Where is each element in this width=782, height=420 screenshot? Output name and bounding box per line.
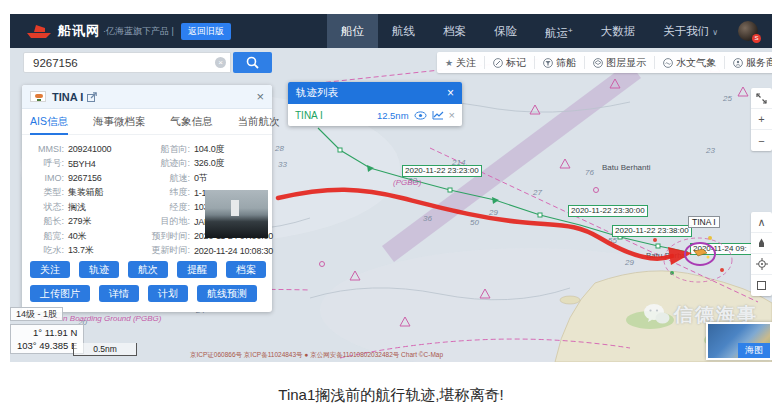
- field-label: 船首向:: [140, 143, 190, 156]
- clear-icon[interactable]: ×: [215, 57, 226, 68]
- depth-sounding: 29: [625, 258, 634, 267]
- voyage-button[interactable]: 航次: [128, 261, 168, 278]
- visibility-eye-icon[interactable]: [414, 111, 427, 120]
- track-time-label: 2020-11-22 23:30:00: [568, 205, 648, 217]
- scale-bar: 0.5nm: [73, 343, 137, 356]
- search-bar: ×: [23, 52, 272, 73]
- vessel-photo[interactable]: [205, 190, 268, 238]
- track-distance: 12.5nm: [377, 110, 409, 121]
- archive-button[interactable]: 档案: [226, 261, 266, 278]
- measure-icon[interactable]: [751, 275, 772, 296]
- close-icon[interactable]: ×: [256, 90, 264, 103]
- tab-maritime-archive[interactable]: 海事微档案: [93, 109, 146, 135]
- nav-item-insurance[interactable]: 保险: [480, 14, 531, 48]
- tab-current-voyage[interactable]: 当前航次: [237, 109, 279, 135]
- toolbar-mark[interactable]: 标记: [484, 56, 534, 69]
- track-button[interactable]: 轨迹: [79, 261, 119, 278]
- red-track-arrowhead: [668, 247, 692, 265]
- route-forecast-button[interactable]: 航线预测: [197, 285, 257, 302]
- upload-photo-button[interactable]: 上传图片: [30, 285, 90, 302]
- track-time-label: 2020-11-22 23:38:00: [612, 225, 692, 237]
- field-value: 搁浅: [68, 201, 86, 214]
- map-area[interactable]: 214 76 73 55 50 29 33 36 27 29 23 25 20 …: [10, 48, 772, 362]
- field-value: 0节: [194, 172, 208, 185]
- toolbar-filter-ships[interactable]: 筛船: [534, 56, 584, 69]
- search-button[interactable]: [233, 52, 272, 73]
- search-icon: [246, 56, 259, 69]
- toolbar-service-provider[interactable]: 服务商: [724, 56, 772, 69]
- close-icon[interactable]: ×: [447, 86, 454, 100]
- zoom-level-readout: 14级 - 1股: [10, 307, 63, 321]
- field-value: 326.0度: [194, 157, 224, 170]
- nav-item-big-data[interactable]: 大数据: [587, 14, 650, 48]
- nav-menu: 船位 航线 档案 保险 航运+ 大数据 关于我们∨ S: [327, 14, 772, 48]
- toolbar-follow[interactable]: ★关注: [437, 56, 484, 69]
- tab-weather-info[interactable]: 气象信息: [170, 109, 212, 135]
- ship-mode-icon[interactable]: [751, 233, 772, 254]
- field-value: 集装箱船: [68, 186, 103, 199]
- vessel-map-label[interactable]: TINA I: [688, 216, 720, 228]
- field-label: 经度:: [140, 201, 190, 214]
- depth-sounding: 27: [533, 188, 542, 197]
- field-value: 2020-11-24 10:08:30: [194, 246, 273, 256]
- external-link-icon[interactable]: [87, 92, 97, 102]
- follow-button[interactable]: 关注: [30, 261, 70, 278]
- toolbar-weather[interactable]: 水文气象: [654, 56, 724, 69]
- chart-mode-button[interactable]: 海图: [738, 343, 770, 358]
- vessel-info-panel: TINA I × AIS信息 海事微档案 气象信息 当前航次: [22, 85, 272, 312]
- weather-icon: [663, 58, 673, 68]
- field-label: 目的地:: [140, 215, 190, 228]
- action-buttons-row1: 关注 轨迹 航次 提醒 档案: [30, 261, 266, 278]
- details-button[interactable]: 详情: [99, 285, 139, 302]
- field-label: 预到时间:: [140, 230, 190, 243]
- field-label: 吃水:: [28, 244, 64, 257]
- user-avatar[interactable]: S: [738, 21, 758, 41]
- search-input[interactable]: [23, 52, 231, 73]
- speed-chart-icon[interactable]: [432, 110, 444, 120]
- fullscreen-icon[interactable]: [751, 88, 772, 109]
- depth-sounding: 55: [608, 236, 617, 245]
- remove-track-icon[interactable]: ×: [449, 109, 455, 121]
- nav-item-about-us[interactable]: 关于我们∨: [649, 14, 732, 48]
- overview-minimap[interactable]: 海图: [706, 322, 772, 360]
- depth-sounding: 50: [470, 218, 479, 227]
- field-label: 更新时间:: [140, 244, 190, 257]
- nav-item-routes[interactable]: 航线: [378, 14, 429, 48]
- map-copyright: 京ICP证060866号 京ICP备11024843号 ● 京公网安备11010…: [190, 351, 590, 360]
- back-to-old-version-button[interactable]: 返回旧版: [181, 23, 231, 40]
- longitude-readout: 103° 49.385 E: [17, 339, 77, 352]
- place-label-batu-berha: Batu Berha: [646, 251, 686, 260]
- field-label: 状态:: [28, 201, 64, 214]
- place-label-batu-berhanti: Batu Berhanti: [602, 163, 650, 172]
- depth-sounding: 33: [278, 160, 287, 169]
- vessel-panel-header: TINA I ×: [22, 85, 272, 109]
- map-side-tools: ∧: [751, 212, 772, 296]
- field-label: 船宽:: [28, 230, 64, 243]
- boat-logo-icon: [26, 24, 52, 39]
- field-label: 呼号:: [28, 157, 64, 170]
- vessel-panel-tabs: AIS信息 海事微档案 气象信息 当前航次: [22, 109, 272, 135]
- field-label: MMSI:: [28, 144, 64, 154]
- track-list-row[interactable]: TINA I 12.5nm ×: [288, 104, 462, 126]
- toolbar-layers[interactable]: 图层显示: [584, 56, 654, 69]
- field-label: IMO:: [28, 173, 64, 183]
- zoom-out-icon[interactable]: −: [751, 130, 772, 151]
- plan-button[interactable]: 计划: [148, 285, 188, 302]
- track-list-header: 轨迹列表 ×: [288, 82, 462, 104]
- caption: Tina1搁浅前的航行轨迹,堪称离奇!: [0, 386, 782, 405]
- nav-item-ship-position[interactable]: 船位: [327, 14, 378, 48]
- action-buttons-row2: 上传图片 详情 计划 航线预测: [30, 285, 266, 302]
- collapse-up-icon[interactable]: ∧: [751, 212, 772, 233]
- zoom-in-icon[interactable]: +: [751, 109, 772, 130]
- nav-item-archives[interactable]: 档案: [429, 14, 480, 48]
- tab-ais-info[interactable]: AIS信息: [30, 109, 68, 135]
- nav-item-shipping-plus[interactable]: 航运+: [531, 14, 587, 48]
- alert-button[interactable]: 提醒: [177, 261, 217, 278]
- depth-sounding: 36: [423, 214, 432, 223]
- locate-target-icon[interactable]: [751, 254, 772, 275]
- depth-sounding: 23: [706, 146, 715, 155]
- field-value: 40米: [68, 230, 86, 243]
- depth-sounding: 33: [408, 176, 417, 185]
- depth-sounding: 76: [585, 168, 594, 177]
- latitude-readout: 1° 11.91 N: [17, 326, 77, 339]
